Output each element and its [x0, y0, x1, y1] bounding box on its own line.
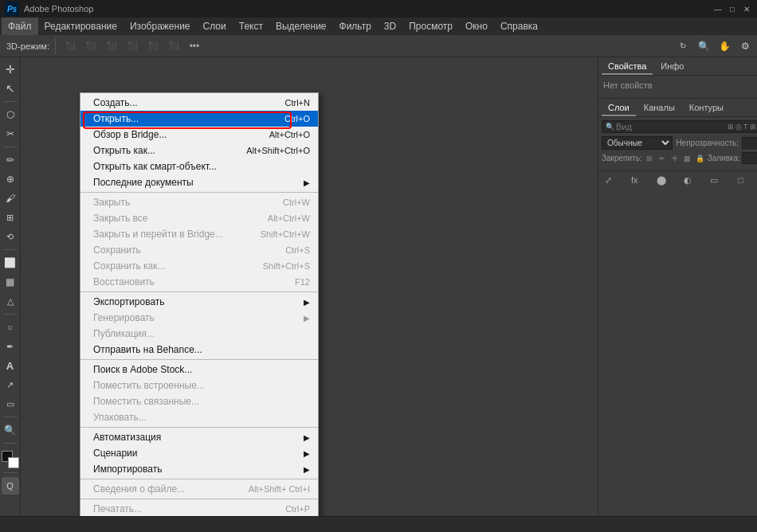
blend-mode-select[interactable]: Обычные: [602, 136, 673, 150]
menu-close-all-shortcut: Alt+Ctrl+W: [268, 213, 310, 223]
menu-bridge[interactable]: Обзор в Bridge... Alt+Ctrl+O: [80, 127, 318, 143]
main-layout: ✛ ↖ ⬡ ✂ ✏ ⊕ 🖌 ⊞ ⟲ ⬜ ▦ △ ○ ✒ A ↗ ▭ 🔍 Q: [0, 57, 757, 516]
menu-open-as[interactable]: Открыть как... Alt+Shift+Ctrl+O: [80, 143, 318, 158]
fill-input[interactable]: [742, 152, 757, 164]
lasso-tool[interactable]: ⬡: [2, 106, 19, 123]
dd-sep-4: [80, 427, 318, 428]
opacity-label: Непрозрачность:: [676, 139, 739, 147]
distribute-right-icon[interactable]: ⬛: [165, 37, 182, 55]
clone-tool[interactable]: ⊞: [2, 209, 19, 226]
more-options-icon[interactable]: •••: [186, 37, 203, 55]
tab-layers[interactable]: Слои: [602, 100, 636, 116]
align-center-icon[interactable]: ⬛: [82, 37, 100, 55]
fill-label: Заливка:: [708, 154, 740, 162]
dd-sep-1: [80, 192, 318, 193]
tab-properties[interactable]: Свойства: [602, 59, 653, 75]
menu-text[interactable]: Текст: [233, 18, 269, 35]
tab-info[interactable]: Инфо: [654, 59, 690, 75]
menu-scripts[interactable]: Сценарии ▶: [80, 445, 318, 461]
menu-recent[interactable]: Последние документы ▶: [80, 174, 318, 190]
menu-close-shortcut: Ctrl+W: [283, 198, 310, 207]
menu-create[interactable]: Создать... Ctrl+N: [80, 95, 318, 111]
menu-automate-arrow: ▶: [304, 433, 310, 442]
add-mask-icon[interactable]: ⬤: [655, 174, 668, 186]
menu-place-linked: Поместить связанные...: [80, 393, 318, 409]
menu-publish-label: Публикация...: [93, 328, 155, 339]
gradient-tool[interactable]: ▦: [2, 273, 19, 291]
menu-stock-label: Поиск в Adobe Stock...: [93, 364, 192, 375]
menu-view[interactable]: Просмотр: [402, 18, 459, 35]
color-picker[interactable]: [2, 451, 19, 468]
eyedropper-tool[interactable]: ✏: [2, 151, 19, 169]
crop-tool[interactable]: ✂: [2, 125, 19, 143]
align-left-icon[interactable]: ⬛: [61, 37, 79, 55]
new-group-icon[interactable]: ▭: [708, 174, 720, 186]
align-right-icon[interactable]: ⬛: [103, 37, 120, 55]
zoom-tool[interactable]: 🔍: [2, 421, 19, 439]
minimize-button[interactable]: —: [712, 3, 724, 14]
menu-filter[interactable]: Фильтр: [333, 18, 378, 35]
select-tool[interactable]: ↖: [2, 80, 19, 97]
layers-search-input[interactable]: [616, 122, 728, 131]
menu-select[interactable]: Выделение: [269, 18, 333, 35]
opacity-input[interactable]: [742, 137, 757, 149]
menu-export[interactable]: Экспортировать ▶: [80, 294, 318, 310]
rotate-3d-icon[interactable]: ↻: [674, 37, 692, 55]
text-tool[interactable]: A: [2, 357, 19, 374]
pen-tool[interactable]: ✒: [2, 338, 19, 355]
menu-open-smart[interactable]: Открыть как смарт-объект...: [80, 158, 318, 174]
filter-icon-4[interactable]: ⊞: [750, 123, 756, 131]
path-select-tool[interactable]: ↗: [2, 376, 19, 393]
menu-automate[interactable]: Автоматизация ▶: [80, 429, 318, 445]
distribute-center-icon[interactable]: ⬛: [144, 37, 162, 55]
tab-paths[interactable]: Контуры: [683, 100, 730, 116]
menu-behance[interactable]: Отправить на Behance...: [80, 342, 318, 358]
lock-all-icon[interactable]: 🔒: [695, 153, 706, 164]
settings-icon[interactable]: ⚙: [736, 37, 754, 55]
lock-position-icon[interactable]: ✛: [669, 153, 681, 164]
shape-tool[interactable]: ▭: [2, 395, 19, 413]
mask-mode-tool[interactable]: Q: [2, 477, 19, 495]
menu-3d[interactable]: 3D: [378, 18, 402, 35]
layer-style-icon[interactable]: fx: [628, 174, 641, 186]
filter-icon-1[interactable]: ⊞: [728, 123, 734, 131]
right-panel: Свойства Инфо ☰ Нет свойств Слои Каналы: [598, 57, 757, 516]
menu-close-all-label: Закрыть все: [93, 213, 147, 224]
distribute-left-icon[interactable]: ⬛: [124, 37, 141, 55]
window-controls[interactable]: — □ ✕: [712, 3, 752, 14]
menu-open-smart-label: Открыть как смарт-объект...: [93, 161, 217, 172]
link-layers-icon[interactable]: ⤢: [602, 174, 614, 186]
tab-channels[interactable]: Каналы: [637, 100, 681, 116]
heal-tool[interactable]: ⊕: [2, 170, 19, 188]
filter-icon-2[interactable]: ◎: [735, 123, 742, 131]
filter-icon-3[interactable]: T: [743, 123, 748, 131]
eraser-tool[interactable]: ⬜: [2, 254, 19, 272]
zoom-icon[interactable]: 🔍: [695, 37, 712, 55]
menu-file-info: Сведения о файле... Alt+Shift+ Ctrl+I: [80, 481, 318, 497]
lock-paint-icon[interactable]: ✏: [657, 153, 668, 164]
lock-transparent-icon[interactable]: ⊞: [644, 153, 655, 164]
move-tool[interactable]: ✛: [2, 61, 19, 78]
menu-print: Печатать... Ctrl+P: [80, 501, 318, 516]
menu-close: Закрыть Ctrl+W: [80, 194, 318, 210]
lock-artboard-icon[interactable]: ▦: [682, 153, 693, 164]
menu-file[interactable]: Файл: [2, 18, 38, 35]
blur-tool[interactable]: △: [2, 292, 19, 310]
menu-window[interactable]: Окно: [459, 18, 494, 35]
menu-import[interactable]: Импортировать ▶: [80, 461, 318, 477]
brush-tool[interactable]: 🖌: [2, 190, 19, 207]
close-button[interactable]: ✕: [741, 3, 752, 14]
maximize-button[interactable]: □: [727, 3, 738, 14]
menu-image[interactable]: Изображение: [124, 18, 197, 35]
menu-open[interactable]: Открыть... Ctrl+O: [80, 111, 318, 127]
new-layer-icon[interactable]: □: [735, 174, 747, 186]
menu-stock[interactable]: Поиск в Adobe Stock...: [80, 362, 318, 377]
menu-help[interactable]: Справка: [494, 18, 544, 35]
menu-edit[interactable]: Редактирование: [38, 18, 124, 35]
menu-layers[interactable]: Слои: [197, 18, 233, 35]
background-color[interactable]: [8, 457, 19, 468]
dodge-tool[interactable]: ○: [2, 319, 19, 336]
history-tool[interactable]: ⟲: [2, 228, 19, 245]
hand-icon[interactable]: ✋: [716, 37, 733, 55]
adjustment-layer-icon[interactable]: ◐: [681, 174, 694, 186]
